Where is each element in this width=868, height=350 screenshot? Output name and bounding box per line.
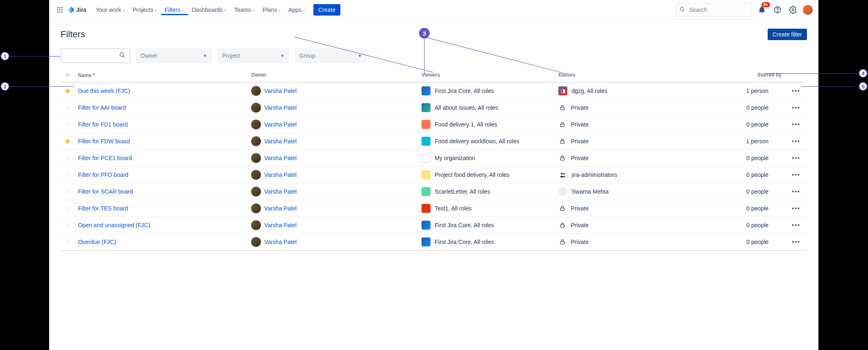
project-filter-dropdown[interactable]: Project▼ <box>218 48 289 63</box>
more-actions-button[interactable]: ••• <box>792 88 804 94</box>
star-toggle[interactable]: ★ <box>64 87 71 95</box>
filter-name-link[interactable]: Filter for TES board <box>78 205 128 212</box>
nav-item-projects[interactable]: Projects⌄ <box>129 5 161 15</box>
editors-text: Private <box>571 155 589 161</box>
more-actions-button[interactable]: ••• <box>792 222 804 228</box>
owner-link[interactable]: Varsha Patel <box>264 138 297 145</box>
table-row: ☆Overdue (FJC)Varsha PatelFirst Jira Cor… <box>61 234 807 251</box>
column-name[interactable]: Name ▴ <box>75 69 248 82</box>
svg-rect-3 <box>57 9 58 10</box>
star-toggle[interactable]: ☆ <box>64 154 71 162</box>
jira-logo[interactable]: Jira <box>67 6 86 14</box>
filter-name-link[interactable]: Due this week (FJC) <box>78 88 130 94</box>
column-star[interactable]: ★ <box>61 69 75 82</box>
annotation-4: 4 <box>859 69 868 78</box>
viewers-text: Food delivery workflows, All roles <box>435 138 519 145</box>
lock-icon <box>558 237 567 246</box>
project-icon <box>422 154 431 163</box>
filter-name-link[interactable]: Filter for PCE1 board <box>78 155 132 161</box>
owner-filter-dropdown[interactable]: Owner▼ <box>136 48 212 63</box>
star-toggle[interactable]: ☆ <box>64 104 71 112</box>
owner-link[interactable]: Varsha Patel <box>264 205 297 212</box>
project-icon <box>422 170 431 179</box>
editors-text: Private <box>571 205 589 212</box>
more-actions-button[interactable]: ••• <box>792 121 804 128</box>
filter-name-link[interactable]: Filter for SCAR board <box>78 188 133 195</box>
svg-point-12 <box>792 9 794 11</box>
notifications-icon[interactable]: 9+ <box>756 4 768 16</box>
app-switcher-icon[interactable] <box>55 5 65 15</box>
more-actions-button[interactable]: ••• <box>792 172 804 178</box>
column-starred-by[interactable]: Starred by <box>692 69 785 82</box>
nav-item-plans[interactable]: Plans⌄ <box>259 5 285 15</box>
column-viewers[interactable]: Viewers <box>418 69 555 82</box>
star-toggle[interactable]: ☆ <box>64 120 71 129</box>
owner-link[interactable]: Varsha Patel <box>264 222 297 228</box>
nav-item-your-work[interactable]: Your work⌄ <box>92 5 129 15</box>
nav-item-apps[interactable]: Apps⌄ <box>285 5 309 15</box>
project-icon <box>422 120 431 129</box>
starred-by-count: 0 people <box>692 234 785 251</box>
owner-link[interactable]: Varsha Patel <box>264 121 297 128</box>
filter-name-link[interactable]: Filter for FDW board <box>78 138 130 145</box>
svg-rect-21 <box>561 225 564 227</box>
filter-name-link[interactable]: Filter for PFD board <box>78 172 128 178</box>
chevron-down-icon: ▼ <box>203 53 207 58</box>
column-owner[interactable]: Owner <box>248 69 418 82</box>
owner-link[interactable]: Varsha Patel <box>264 188 297 195</box>
star-toggle[interactable]: ☆ <box>64 171 71 179</box>
owner-avatar <box>251 220 261 230</box>
nav-item-dashboards[interactable]: Dashboards⌄ <box>188 5 231 15</box>
owner-link[interactable]: Varsha Patel <box>264 155 297 161</box>
group-filter-dropdown[interactable]: Group▼ <box>295 48 367 63</box>
star-toggle[interactable]: ☆ <box>64 221 71 229</box>
star-toggle[interactable]: ☆ <box>64 187 71 196</box>
nav-item-filters[interactable]: Filters⌄ <box>161 5 188 15</box>
starred-by-count: 0 people <box>692 183 785 200</box>
owner-link[interactable]: Varsha Patel <box>264 104 297 111</box>
star-toggle[interactable]: ☆ <box>64 204 71 212</box>
svg-point-9 <box>680 7 684 10</box>
table-row: ☆Open and unassigned (FJC)Varsha PatelFi… <box>61 217 807 234</box>
search-input[interactable] <box>676 3 752 16</box>
svg-rect-4 <box>59 9 61 10</box>
more-actions-button[interactable]: ••• <box>792 155 804 161</box>
table-row: ☆Filter for AAI boardVarsha PatelAll abo… <box>61 99 807 116</box>
more-actions-button[interactable]: ••• <box>792 104 804 111</box>
more-actions-button[interactable]: ••• <box>792 205 804 212</box>
column-editors[interactable]: Editors <box>555 69 692 82</box>
svg-rect-22 <box>561 242 564 244</box>
filter-name-link[interactable]: Filter for AAI board <box>78 104 126 111</box>
chevron-down-icon: ⌄ <box>252 7 255 12</box>
more-actions-button[interactable]: ••• <box>792 239 804 245</box>
viewers-text: First Jira Core, All roles <box>435 239 494 245</box>
more-actions-button[interactable]: ••• <box>792 138 804 145</box>
svg-rect-2 <box>61 7 63 8</box>
filter-name-link[interactable]: Filter for FD1 board <box>78 121 127 128</box>
create-filter-button[interactable]: Create filter <box>768 29 807 40</box>
svg-rect-5 <box>61 9 63 10</box>
owner-link[interactable]: Varsha Patel <box>264 88 297 94</box>
owner-link[interactable]: Varsha Patel <box>264 239 297 245</box>
page-title: Filters <box>61 29 85 40</box>
filter-name-link[interactable]: Overdue (FJC) <box>78 239 116 245</box>
star-toggle[interactable]: ☆ <box>64 238 71 246</box>
svg-rect-1 <box>59 7 61 8</box>
owner-link[interactable]: Varsha Patel <box>264 172 297 178</box>
filter-search-input[interactable] <box>61 48 130 63</box>
owner-avatar <box>251 86 261 96</box>
viewers-text: Project food delivery, All roles <box>435 172 510 178</box>
owner-avatar <box>251 153 261 163</box>
create-button[interactable]: Create <box>313 4 340 16</box>
filter-name-link[interactable]: Open and unassigned (FJC) <box>78 222 150 228</box>
more-actions-button[interactable]: ••• <box>792 188 804 195</box>
svg-rect-7 <box>59 11 61 12</box>
nav-item-teams[interactable]: Teams⌄ <box>231 5 259 15</box>
owner-avatar <box>251 187 261 196</box>
editors-text: dgzg, All roles <box>571 88 607 94</box>
star-toggle[interactable]: ★ <box>64 137 71 145</box>
viewers-text: My organization <box>435 155 475 161</box>
profile-avatar[interactable] <box>803 5 813 15</box>
settings-icon[interactable] <box>787 4 799 16</box>
help-icon[interactable] <box>772 4 783 16</box>
